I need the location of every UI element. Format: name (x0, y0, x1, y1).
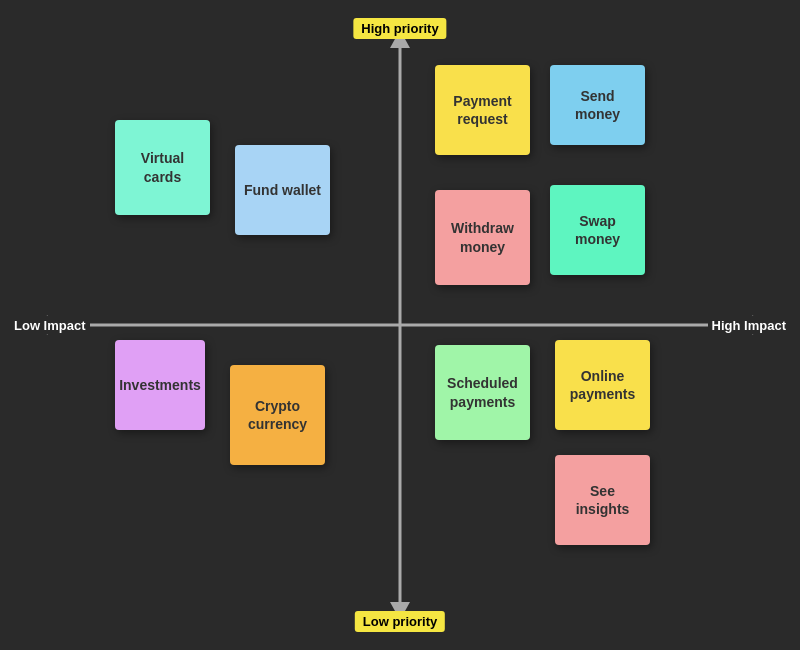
vertical-axis (399, 40, 402, 610)
note-scheduled-payments[interactable]: Scheduled payments (435, 345, 530, 440)
note-withdraw-money[interactable]: Withdraw money (435, 190, 530, 285)
low-priority-label: Low priority (355, 611, 445, 632)
note-virtual-cards[interactable]: Virtual cards (115, 120, 210, 215)
note-crypto-currency[interactable]: Crypto currency (230, 365, 325, 465)
note-payment-request[interactable]: Payment request (435, 65, 530, 155)
note-fund-wallet[interactable]: Fund wallet (235, 145, 330, 235)
chart-container: High priority Low priority High Impact L… (0, 0, 800, 650)
note-see-insights[interactable]: See insights (555, 455, 650, 545)
note-swap-money[interactable]: Swap money (550, 185, 645, 275)
high-priority-label: High priority (353, 18, 446, 39)
note-investments[interactable]: Investments (115, 340, 205, 430)
high-impact-label: High Impact (708, 316, 790, 335)
note-send-money[interactable]: Send money (550, 65, 645, 145)
low-impact-label: Low Impact (10, 316, 90, 335)
note-online-payments[interactable]: Online payments (555, 340, 650, 430)
